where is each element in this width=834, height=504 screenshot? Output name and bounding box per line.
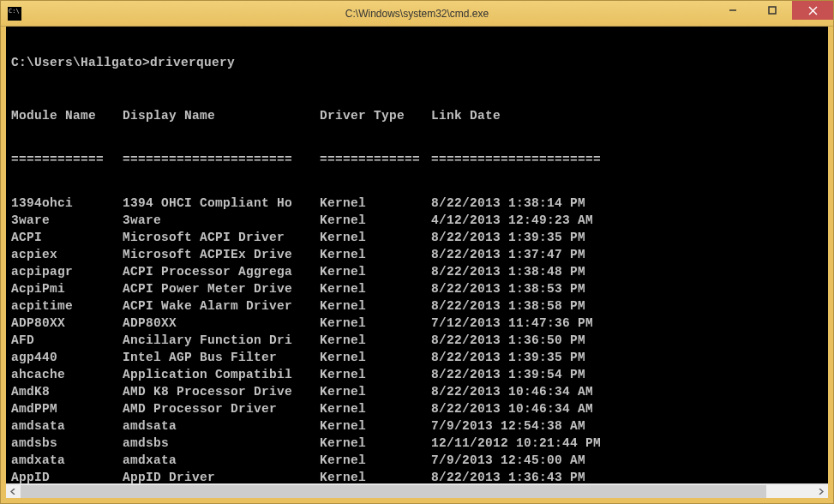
cell-date: 7/12/2013 11:47:36 PM: [431, 317, 637, 331]
close-icon: [808, 6, 818, 15]
separator-row: ========================================…: [11, 153, 823, 171]
cell-type: Kernel: [320, 334, 431, 348]
cell-module: ahcache: [11, 369, 123, 382]
header-date: Link Date: [431, 110, 637, 123]
table-row: amdsataamdsataKernel7/9/2013 12:54:38 AM: [11, 420, 823, 437]
cell-date: 8/22/2013 1:39:35 PM: [431, 351, 637, 365]
cell-date: 8/22/2013 10:46:34 AM: [431, 386, 637, 399]
table-row: 1394ohci1394 OHCI Compliant HoKernel8/22…: [11, 197, 823, 214]
cell-type: Kernel: [320, 283, 431, 297]
window-title: C:\Windows\system32\cmd.exe: [345, 8, 489, 20]
cmd-icon: [8, 7, 21, 21]
cell-date: 8/22/2013 1:38:58 PM: [431, 300, 637, 314]
cell-module: acpipagr: [11, 266, 123, 279]
cell-display: Intel AGP Bus Filter: [123, 351, 320, 365]
scroll-left-button[interactable]: [6, 484, 21, 498]
close-button[interactable]: [792, 1, 833, 20]
cell-display: Ancillary Function Dri: [123, 334, 320, 348]
table-row: agp440Intel AGP Bus FilterKernel8/22/201…: [11, 351, 823, 369]
horizontal-scrollbar[interactable]: [6, 483, 828, 498]
cell-display: Application Compatibil: [123, 369, 320, 382]
table-row: amdxataamdxataKernel7/9/2013 12:45:00 AM: [11, 454, 823, 471]
titlebar[interactable]: C:\Windows\system32\cmd.exe: [1, 1, 833, 27]
cell-display: 1394 OHCI Compliant Ho: [123, 197, 320, 211]
cell-module: AmdPPM: [11, 403, 123, 417]
cell-type: Kernel: [320, 266, 431, 279]
cell-date: 8/22/2013 1:39:35 PM: [431, 231, 637, 245]
cell-module: acpiex: [11, 249, 123, 262]
cell-display: AppID Driver: [123, 471, 320, 484]
rows-container: 1394ohci1394 OHCI Compliant HoKernel8/22…: [11, 197, 823, 484]
cell-module: amdsata: [11, 420, 123, 434]
cell-module: AmdK8: [11, 386, 123, 399]
cell-display: ACPI Power Meter Drive: [123, 283, 320, 297]
cell-display: ACPI Processor Aggrega: [123, 266, 320, 279]
table-row: AmdPPMAMD Processor DriverKernel8/22/201…: [11, 403, 823, 420]
table-row: acpipagrACPI Processor AggregaKernel8/22…: [11, 266, 823, 283]
cell-type: Kernel: [320, 403, 431, 417]
terminal-output[interactable]: C:\Users\Hallgato>driverquery Module Nam…: [1, 27, 833, 483]
table-row: AcpiPmiACPI Power Meter DriveKernel8/22/…: [11, 283, 823, 300]
prompt-line: C:\Users\Hallgato>driverquery: [11, 57, 823, 70]
cell-module: 3ware: [11, 214, 123, 228]
window-rim: [1, 498, 833, 503]
scroll-track[interactable]: [21, 484, 813, 498]
minimize-icon: [729, 6, 737, 15]
cell-display: ADP80XX: [123, 317, 320, 331]
cmd-window: C:\Windows\system32\cmd.exe C:\Users\Hal…: [0, 0, 834, 504]
table-row: amdsbsamdsbsKernel12/11/2012 10:21:44 PM: [11, 437, 823, 454]
cell-display: Microsoft ACPI Driver: [123, 231, 320, 245]
table-row: ACPIMicrosoft ACPI DriverKernel8/22/2013…: [11, 231, 823, 249]
cell-module: ACPI: [11, 231, 123, 245]
cell-display: amdsbs: [123, 437, 320, 451]
minimize-button[interactable]: [713, 1, 753, 20]
cell-type: Kernel: [320, 300, 431, 314]
cell-type: Kernel: [320, 420, 431, 434]
header-module: Module Name: [11, 110, 123, 123]
maximize-button[interactable]: [753, 1, 792, 20]
cell-type: Kernel: [320, 249, 431, 262]
cell-module: 1394ohci: [11, 197, 123, 211]
window-controls: [713, 1, 833, 20]
table-row: 3ware3wareKernel4/12/2013 12:49:23 AM: [11, 214, 823, 231]
cell-type: Kernel: [320, 317, 431, 331]
table-row: acpitimeACPI Wake Alarm DriverKernel8/22…: [11, 300, 823, 317]
maximize-icon: [768, 6, 777, 15]
cell-date: 8/22/2013 1:37:47 PM: [431, 249, 637, 262]
header-type: Driver Type: [320, 110, 431, 123]
cell-date: 8/22/2013 1:38:14 PM: [431, 197, 637, 211]
cell-date: 8/22/2013 10:46:34 AM: [431, 403, 637, 417]
table-header: Module NameDisplay NameDriver TypeLink D…: [11, 110, 823, 127]
cell-module: acpitime: [11, 300, 123, 314]
cell-type: Kernel: [320, 197, 431, 211]
cell-display: Microsoft ACPIEx Drive: [123, 249, 320, 262]
chevron-left-icon: [10, 489, 16, 495]
cell-type: Kernel: [320, 386, 431, 399]
cell-date: 12/11/2012 10:21:44 PM: [431, 437, 637, 451]
cell-module: amdsbs: [11, 437, 123, 451]
cell-display: amdxata: [123, 454, 320, 468]
cell-module: AFD: [11, 334, 123, 348]
cell-module: agp440: [11, 351, 123, 365]
cell-date: 8/22/2013 1:38:53 PM: [431, 283, 637, 297]
cell-type: Kernel: [320, 369, 431, 382]
cell-module: ADP80XX: [11, 317, 123, 331]
cell-display: AMD K8 Processor Drive: [123, 386, 320, 399]
cell-date: 8/22/2013 1:38:48 PM: [431, 266, 637, 279]
cell-date: 4/12/2013 12:49:23 AM: [431, 214, 637, 228]
cell-date: 8/22/2013 1:36:50 PM: [431, 334, 637, 348]
table-row: acpiexMicrosoft ACPIEx DriveKernel8/22/2…: [11, 249, 823, 266]
cell-display: amdsata: [123, 420, 320, 434]
cell-display: 3ware: [123, 214, 320, 228]
scroll-right-button[interactable]: [813, 484, 828, 498]
cell-date: 7/9/2013 12:54:38 AM: [431, 420, 637, 434]
scroll-thumb[interactable]: [21, 485, 766, 498]
cell-display: ACPI Wake Alarm Driver: [123, 300, 320, 314]
cell-type: Kernel: [320, 351, 431, 365]
cell-date: 7/9/2013 12:45:00 AM: [431, 454, 637, 468]
table-row: ADP80XXADP80XXKernel7/12/2013 11:47:36 P…: [11, 317, 823, 334]
cell-display: AMD Processor Driver: [123, 403, 320, 417]
cell-date: 8/22/2013 1:39:54 PM: [431, 369, 637, 382]
cell-module: AppID: [11, 471, 123, 484]
cell-module: AcpiPmi: [11, 283, 123, 297]
